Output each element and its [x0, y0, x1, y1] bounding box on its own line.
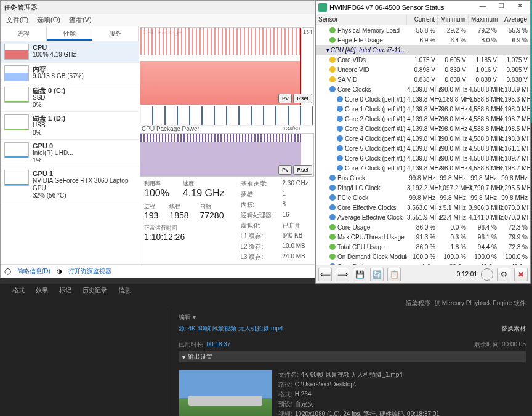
col-current[interactable]: Current [407, 14, 438, 25]
sensor-group[interactable]: ▾ CPU [#0]: Intel Core i7-11... [316, 45, 530, 55]
chart1-reset-button[interactable]: Rset [293, 94, 312, 103]
clock-icon[interactable] [481, 268, 493, 281]
tab-info[interactable]: 信息 [118, 286, 131, 295]
sock-value: 1 [283, 190, 286, 199]
tm-footer: ◯ 简略信息(D) ◑ 打开资源监视器 [1, 264, 315, 278]
tab-performance[interactable]: 性能 [47, 26, 93, 41]
sensor-row[interactable]: Core 0 Clock (perf #1)4,139.8 MHz4,189.8… [316, 94, 530, 104]
tab-format[interactable]: 格式 [12, 286, 25, 295]
sensor-row[interactable]: Max CPU/Thread Usage91.3 %0.3 %96.1 %79.… [316, 232, 530, 242]
sensor-row[interactable]: Core Effective Clocks3,563.0 MHz5.1 MHz3… [316, 202, 530, 212]
maximize-button[interactable]: ☐ [493, 2, 509, 13]
tm-titlebar[interactable]: 任务管理器 [1, 1, 315, 14]
sensor-row[interactable]: Core 6 Clock (perf #1)4,139.8 MHz798.0 M… [316, 153, 530, 163]
mini-chart [4, 142, 29, 158]
hw-titlebar[interactable]: HWiNFO64 v7.06-4500 Sensor Status — ☐ ✕ [316, 1, 530, 14]
tool-close[interactable]: ✖ [514, 268, 528, 281]
used-value: 00:18:37 [207, 341, 231, 348]
tool-settings[interactable]: ⚙ [497, 268, 510, 281]
col-min[interactable]: Minimum [438, 14, 469, 25]
hw-sensor-list[interactable]: Physical Memory Load55.8 %29.2 %79.2 %55… [316, 25, 530, 265]
sensor-row[interactable]: Physical Memory Load55.8 %29.2 %79.2 %55… [316, 25, 530, 35]
chart2-prev-button[interactable]: Pv [278, 165, 292, 175]
close-button[interactable]: ✕ [512, 2, 528, 13]
tab-markers[interactable]: 标记 [59, 286, 71, 295]
util-label: 利用率 [144, 180, 169, 188]
tool-refresh[interactable]: 🔄 [370, 268, 384, 281]
sensor-row[interactable]: Page File Usage6.9 %6.4 %8.0 %6.9 % [316, 35, 530, 45]
sidebar-item-磁盘[interactable]: 磁盘 1 (D:)USB0% [1, 112, 139, 140]
proc-value: 193 [144, 210, 158, 220]
sensor-row[interactable]: Core 2 Clock (perf #1)4,139.8 MHz798.0 M… [316, 114, 530, 124]
mini-chart [4, 65, 29, 81]
sensor-row[interactable]: Bus Clock99.8 MHz99.8 MHz99.8 MHz99.8 MH… [316, 173, 530, 183]
hw-toolbar: ⟸ ⟹ 💾 🔄 📋 0:12:01 ⚙ ✖ [316, 265, 530, 283]
sensor-row[interactable]: Core 7 Clock (perf #1)4,139.8 MHz798.0 M… [316, 163, 530, 173]
l2-label: L2 缓存: [241, 242, 278, 251]
menu-view[interactable]: 查看(V) [66, 14, 94, 26]
proc-label: 进程 [144, 202, 158, 210]
clip-metadata: 文件名:4K 60帧 风景视频 无人机拍摄_1.mp4路径:C:\Users\x… [278, 370, 526, 416]
menu-options[interactable]: 选项(O) [34, 14, 63, 26]
sensor-row[interactable]: Total CPU Usage86.0 %1.8 %94.4 %72.3 % [316, 242, 530, 252]
sidebar-item-磁盘[interactable]: 磁盘 0 (C:)SSD0% [1, 84, 139, 112]
tool-fwd[interactable]: ⟹ [336, 268, 349, 281]
resource-monitor-link[interactable]: 打开资源监视器 [68, 267, 111, 276]
sensor-row[interactable]: Core Usage86.0 %0.0 %96.4 %72.3 % [316, 222, 530, 232]
lp-label: 逻辑处理器: [241, 211, 278, 220]
virt-value: 已启用 [283, 222, 301, 230]
remain-label: 剩余时间: [474, 341, 501, 348]
clip-tab-label: 输出设置 [188, 353, 212, 361]
menu-file[interactable]: 文件(F) [4, 14, 31, 26]
tm-sidebar: 进程 性能 服务 CPU100% 4.19 GHz内存9.0/15.8 GB (… [1, 26, 139, 264]
sensor-row[interactable]: Core Clocks4,139.8 MHz798.0 MHz4,588.8 M… [316, 84, 530, 94]
sensor-row[interactable]: Core 3 Clock (perf #1)4,139.8 MHz798.0 M… [316, 124, 530, 134]
sidebar-item-内存[interactable]: 内存9.0/15.8 GB (57%) [1, 63, 139, 84]
l3-label: L3 缓存: [241, 253, 278, 262]
transcode-label[interactable]: 替换素材 [501, 324, 526, 333]
tab-services[interactable]: 服务 [92, 26, 139, 41]
col-max[interactable]: Maximum [469, 14, 499, 25]
sensor-row[interactable]: On Demand Clock Modulat...100.0 %100.0 %… [316, 252, 530, 262]
panel-label[interactable]: 编辑 ▾ [179, 313, 526, 322]
tab-history[interactable]: 历史记录 [83, 286, 107, 295]
sensor-row[interactable]: Ring/LLC Clock3,192.2 MHz1,097.2 MHz3,79… [316, 183, 530, 193]
tab-effects[interactable]: 效果 [36, 286, 48, 295]
pr-center-panel: 编辑 ▾ 源: 4K 60帧 风景视频 无人机拍摄.mp4 替换素材 已用时长:… [172, 310, 532, 415]
l1-label: L1 缓存: [241, 232, 278, 241]
tm-tabs: 进程 性能 服务 [1, 26, 139, 41]
sensor-row[interactable]: Core 5 Clock (perf #1)4,139.8 MHz798.0 M… [316, 143, 530, 153]
sidebar-item-gpu[interactable]: GPU 1NVIDIA GeForce RTX 3060 Laptop GPU3… [1, 167, 139, 202]
dot-icon [329, 244, 336, 250]
sensor-row[interactable]: Average Effective Clock3,551.9 MHz22.4 M… [316, 212, 530, 222]
dot-icon [337, 145, 343, 151]
less-details-link[interactable]: 简略信息(D) [17, 267, 50, 276]
chart2-reset-button[interactable]: Rset [293, 165, 312, 175]
sidebar-item-cpu[interactable]: CPU100% 4.19 GHz [1, 41, 139, 63]
sensor-row[interactable]: Core 1 Clock (perf #1)4,139.8 MHz798.0 M… [316, 104, 530, 114]
sidebar-item-gpu[interactable]: GPU 0Intel(R) UHD...1% [1, 140, 139, 167]
mini-chart [4, 170, 29, 186]
chart1-ymax: 134 [303, 29, 312, 35]
tool-back[interactable]: ⟸ [318, 268, 332, 281]
hw-header: Sensor Current Minimum Maximum Average [316, 14, 530, 25]
tool-copy[interactable]: 📋 [387, 268, 401, 281]
lp-value: 16 [283, 211, 289, 220]
video-thumbnail[interactable] [179, 370, 272, 416]
remain-value: 00:00:05 [502, 341, 526, 348]
used-label: 已用时长: [179, 341, 205, 348]
clip-tab[interactable]: ▾ 输出设置 [179, 351, 526, 362]
tool-save[interactable]: 💾 [353, 268, 366, 281]
sensor-row[interactable]: Uncore VID0.898 V0.830 V1.016 V0.905 V [316, 65, 530, 74]
minimize-button[interactable]: — [475, 2, 491, 13]
sensor-row[interactable]: SA VID0.838 V0.838 V0.838 V0.838 V [316, 74, 530, 84]
pr-top-nav: 格式 效果 标记 历史记录 信息 [0, 284, 532, 297]
chart1-prev-button[interactable]: Pv [278, 94, 292, 103]
core-value: 8 [283, 201, 286, 209]
sensor-row[interactable]: Core VIDs1.075 V0.605 V1.185 V1.075 V [316, 55, 530, 65]
col-sensor[interactable]: Sensor [316, 14, 407, 25]
sensor-row[interactable]: PCIe Clock99.8 MHz99.8 MHz99.8 MHz99.8 M… [316, 193, 530, 202]
col-avg[interactable]: Average [499, 14, 530, 25]
sensor-row[interactable]: Core 4 Clock (perf #1)4,139.8 MHz798.0 M… [316, 134, 530, 143]
tab-processes[interactable]: 进程 [1, 26, 47, 41]
